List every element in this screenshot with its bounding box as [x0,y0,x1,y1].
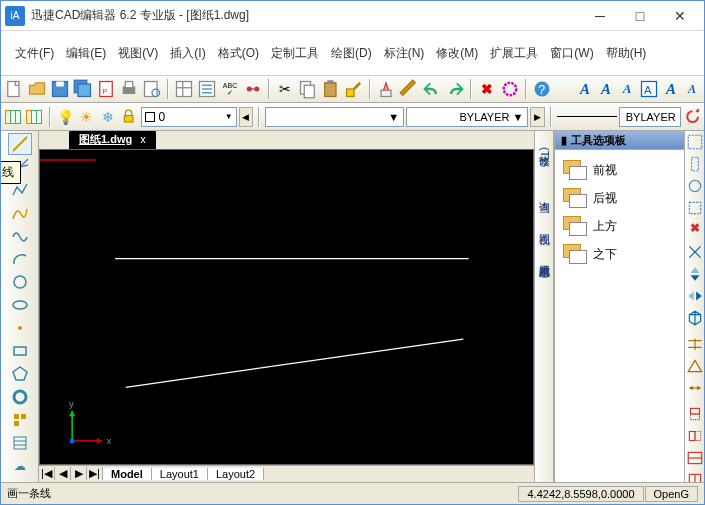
text-style-icon[interactable]: A [638,78,660,100]
menu-draw[interactable]: 绘图(D) [325,42,378,65]
tool-ellipse[interactable] [8,294,32,316]
rtool-ext2[interactable] [686,427,704,445]
rtool-dim1[interactable] [686,335,704,353]
sun-icon[interactable]: ☀ [77,106,96,128]
rtool-5[interactable]: ✖ [686,221,704,235]
rtool-fliph[interactable] [686,287,704,305]
combo-lineweight[interactable]: BYLAYER [619,107,681,127]
tool-curve[interactable] [8,202,32,224]
text-a2-icon[interactable]: A [596,78,616,100]
pdf-icon[interactable]: P [95,78,117,100]
rtool-1[interactable] [686,133,704,151]
menu-format[interactable]: 格式(O) [212,42,265,65]
menu-help[interactable]: 帮助(H) [600,42,653,65]
tool-block[interactable] [8,409,32,431]
tool-rectangle[interactable] [8,340,32,362]
view-item-top[interactable]: 上方 [561,212,678,240]
combo-color[interactable]: ▼ [265,107,404,127]
layer-prev[interactable]: ◀ [239,107,253,127]
bulb-icon[interactable]: 💡 [56,106,75,128]
menu-extend-tools[interactable]: 扩展工具 [484,42,544,65]
rtool-dim2[interactable] [686,357,704,375]
side-modify[interactable]: 修改(T) [537,141,552,167]
linetype-more[interactable]: ▶ [530,107,544,127]
brush-icon[interactable] [398,78,420,100]
layout-nav-prev[interactable]: ◀ [55,467,71,480]
delete-icon[interactable]: ✖ [476,78,498,100]
text-a4-icon[interactable]: A [661,78,681,100]
explorer-icon[interactable] [173,78,195,100]
menu-edit[interactable]: 编辑(E) [60,42,112,65]
menu-dimension[interactable]: 标注(N) [378,42,431,65]
view-item-bottom[interactable]: 之下 [561,240,678,268]
properties-icon[interactable] [196,78,218,100]
layer-sheets1-icon[interactable] [3,106,22,128]
text-a3-icon[interactable]: A [617,78,637,100]
tool-hatch[interactable] [8,432,32,454]
menu-insert[interactable]: 插入(I) [164,42,211,65]
rtool-flipv[interactable] [686,265,704,283]
layout-nav-next[interactable]: ▶ [71,467,87,480]
menu-modify[interactable]: 修改(M) [430,42,484,65]
side-3dorbit[interactable]: 三维动态观察 [537,251,552,263]
rtool-dim3[interactable] [686,379,704,397]
help-icon[interactable]: ? [531,78,553,100]
save-all-icon[interactable] [72,78,94,100]
rtool-3[interactable] [686,177,704,195]
side-view[interactable]: 视图 [537,219,552,231]
lock-icon[interactable] [119,106,138,128]
refresh-icon[interactable] [683,106,702,128]
doc-tab-close[interactable]: x [140,133,146,145]
redo-icon[interactable] [444,78,466,100]
text-a5-icon[interactable]: A [682,78,702,100]
layer-select[interactable]: 0▼ [141,107,237,127]
rtool-mirror[interactable] [686,243,704,261]
save-icon[interactable] [49,78,71,100]
paste-icon[interactable] [320,78,342,100]
text-a1-icon[interactable]: A [575,78,595,100]
side-query[interactable]: 查询 [537,187,552,199]
menu-view[interactable]: 视图(V) [112,42,164,65]
maximize-button[interactable]: □ [620,2,660,30]
cut-icon[interactable]: ✂ [274,78,296,100]
print-icon[interactable] [118,78,140,100]
print-preview-icon[interactable] [141,78,163,100]
tool-arc[interactable] [8,248,32,270]
view-item-back[interactable]: 后视 [561,184,678,212]
close-button[interactable]: ✕ [660,2,700,30]
tool-line[interactable] [8,133,32,155]
undo-icon[interactable] [421,78,443,100]
layout-tab-2[interactable]: Layout2 [208,468,264,480]
combo-linetype[interactable]: BYLAYER ▼ [406,107,528,127]
layout-nav-last[interactable]: ▶| [87,467,103,480]
tool-polygon[interactable] [8,363,32,385]
layer-sheets2-icon[interactable] [24,106,43,128]
match-icon[interactable] [343,78,365,100]
menu-custom-tools[interactable]: 定制工具 [265,42,325,65]
rtool-3d[interactable] [686,309,704,327]
layout-tab-model[interactable]: Model [103,468,152,480]
layout-tab-1[interactable]: Layout1 [152,468,208,480]
rtool-2[interactable] [686,155,704,173]
open-icon[interactable] [26,78,48,100]
rtool-ext3[interactable] [686,449,704,467]
drawing-canvas[interactable]: x y [39,149,534,465]
rtool-4[interactable] [686,199,704,217]
new-icon[interactable] [3,78,25,100]
find-icon[interactable]: ABC✓ [219,78,241,100]
menu-file[interactable]: 文件(F) [9,42,60,65]
select-color-icon[interactable] [499,78,521,100]
rtool-ext4[interactable] [686,471,704,482]
rtool-ext1[interactable] [686,405,704,423]
tool-point[interactable] [8,317,32,339]
snow-icon[interactable]: ❄ [98,106,117,128]
clear-icon[interactable] [375,78,397,100]
tool-revcloud[interactable]: ☁ [8,455,32,477]
view-item-front[interactable]: 前视 [561,156,678,184]
minimize-button[interactable]: ─ [580,2,620,30]
tool-ring[interactable] [8,386,32,408]
doc-tab[interactable]: 图纸1.dwgx [69,131,156,149]
tool-circle[interactable] [8,271,32,293]
tool-spline[interactable] [8,225,32,247]
menu-window[interactable]: 窗口(W) [544,42,599,65]
